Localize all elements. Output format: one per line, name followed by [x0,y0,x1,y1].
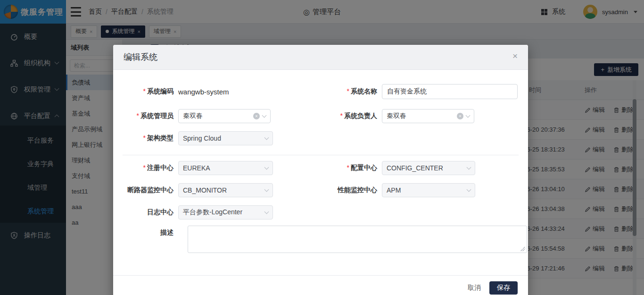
cancel-button[interactable]: 取消 [468,284,481,292]
field-label-system-admin: *系统管理员 [123,112,173,120]
system-name-input[interactable] [382,84,518,99]
required-asterisk: * [347,164,349,171]
system-admin-select[interactable]: 秦双春 × [178,109,271,123]
required-asterisk: * [143,134,146,142]
select-value: CB_MONITOR [183,186,227,194]
modal-title: 编辑系统 [124,51,157,63]
form-row: 断路器监控中心 CB_MONITOR 性能监控中心 APM [123,183,519,198]
close-icon[interactable]: × [512,51,518,60]
required-asterisk: * [347,87,349,95]
form-row: *系统编码 wangwb-system *系统名称 [123,84,519,99]
field-label-registry-center: *注册中心 [123,164,173,172]
select-value: 秦双春 [183,112,203,120]
chevron-down-icon [467,187,471,192]
select-value: CONFIG_CENTER [387,164,443,172]
field-label-log-center: 日志中心 [123,208,173,217]
required-asterisk: * [143,164,146,171]
select-value: 秦双春 [387,112,406,120]
system-owner-select[interactable]: 秦双春 × [382,109,474,123]
form-row: 描述 [123,226,519,254]
required-asterisk: * [340,112,343,119]
form-divider [123,155,519,155]
select-value: EUREKA [183,164,210,172]
clear-icon[interactable]: × [457,113,463,119]
chevron-down-icon [264,135,269,140]
apm-center-select[interactable]: APM [382,183,475,197]
clear-icon[interactable]: × [253,113,260,119]
modal-header: 编辑系统 [113,45,528,70]
field-label-config-center: *配置中心 [325,164,377,172]
form-row: *系统管理员 秦双春 × *系统负责人 秦双春 × [123,109,519,124]
config-center-select[interactable]: CONFIG_CENTER [382,161,475,175]
select-value: APM [387,186,401,194]
field-label-apm-center: 性能监控中心 [325,186,377,194]
chevron-down-icon [262,113,267,118]
form-row: *架构类型 Spring Cloud [123,131,519,146]
chevron-down-icon [466,113,471,118]
description-textarea[interactable] [188,226,527,253]
select-value: Spring Cloud [183,135,221,142]
chevron-down-icon [264,210,269,214]
log-center-select[interactable]: 平台参数-LogCenter [178,205,273,219]
modal-footer: 取消 保存 [113,276,528,295]
chevron-down-icon [467,165,471,170]
chevron-down-icon [264,187,269,192]
required-asterisk: * [143,87,146,95]
select-value: 平台参数-LogCenter [183,208,242,217]
edit-system-modal: 编辑系统 × *系统编码 wangwb-system *系统名称 *系统管理员 … [113,45,528,295]
save-button[interactable]: 保存 [489,281,518,295]
system-code-value: wangwb-system [178,88,229,96]
app-root: 微服务管理 首页 / 平台配置 / 系统管理 ◎ 管理平台 系统 sysadmi… [0,0,644,295]
registry-center-select[interactable]: EUREKA [178,161,273,175]
required-asterisk: * [137,112,139,119]
field-label-system-name: *系统名称 [325,87,377,96]
chevron-down-icon [264,165,269,170]
field-label-system-owner: *系统负责人 [325,112,377,120]
field-label-architecture-type: *架构类型 [123,134,173,143]
field-label-system-code: *系统编码 [123,87,173,96]
architecture-type-select[interactable]: Spring Cloud [178,131,273,145]
circuit-breaker-center-select[interactable]: CB_MONITOR [178,183,273,197]
field-label-description: 描述 [123,228,173,237]
form-row: *注册中心 EUREKA *配置中心 CONFIG_CENTER [123,160,519,176]
field-label-circuit-breaker-center: 断路器监控中心 [123,186,173,194]
form-row: 日志中心 平台参数-LogCenter [123,205,519,220]
